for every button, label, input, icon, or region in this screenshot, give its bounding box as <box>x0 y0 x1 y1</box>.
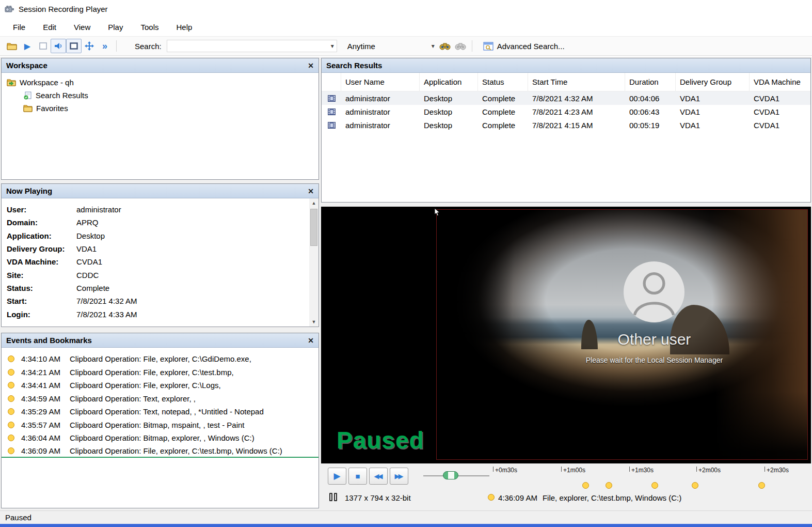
current-event: 4:36:09 AMFile, explorer, C:\test.bmp, W… <box>498 493 681 502</box>
event-item[interactable]: 4:35:29 AMClipboard Operation: Text, not… <box>2 405 319 419</box>
time-filter-dropdown[interactable]: Anytime ▾ <box>343 40 437 52</box>
favorites-folder-icon <box>23 104 33 112</box>
cell-start-time: 7/8/2021 4:23 AM <box>528 107 625 116</box>
event-item[interactable]: 4:34:10 AMClipboard Operation: File, exp… <box>2 352 319 366</box>
column-header-start-time[interactable]: Start Time <box>528 73 625 91</box>
menu-tools[interactable]: Tools <box>132 20 167 34</box>
field-value: 7/8/2021 4:32 AM <box>76 297 137 305</box>
field-value: administrator <box>76 205 121 214</box>
field-row-login: Login:7/8/2021 4:33 AM <box>7 307 306 320</box>
recording-film-icon <box>328 95 336 102</box>
frame-icon <box>70 42 78 50</box>
audio-toggle-button[interactable] <box>51 39 66 53</box>
event-time: 4:34:59 AM <box>21 394 70 403</box>
scroll-up-icon[interactable]: ▲ <box>309 198 319 208</box>
player-controls: ▶ ■ ◀◀ ▶▶ +0m30s +1m00s +1m30s +2m00s +2… <box>321 463 811 510</box>
event-marker-dot[interactable] <box>758 482 765 489</box>
events-list: 4:34:10 AMClipboard Operation: File, exp… <box>2 348 319 458</box>
pan-button[interactable] <box>82 39 97 53</box>
event-marker-dot[interactable] <box>582 482 589 489</box>
event-text: Clipboard Operation: File, explorer, C:\… <box>70 368 234 377</box>
workspace-folder-icon <box>7 79 16 86</box>
tree-item-search-results[interactable]: Search Results <box>2 89 319 102</box>
now-playing-body: User:administrator Domain:APRQ Applicati… <box>2 198 319 327</box>
search-backward-button[interactable] <box>453 39 468 53</box>
cell-delivery-group: VDA1 <box>676 94 750 103</box>
event-item-selected[interactable]: 4:36:09 AMClipboard Operation: File, exp… <box>2 445 319 458</box>
snapshot-button[interactable] <box>35 39 51 53</box>
menu-edit[interactable]: Edit <box>34 20 65 34</box>
cell-application: Desktop <box>420 94 478 103</box>
more-tools-button[interactable]: » <box>97 39 113 53</box>
menu-bar: File Edit View Play Tools Help <box>0 18 812 36</box>
search-combobox[interactable]: ▾ <box>167 40 337 52</box>
cell-delivery-group: VDA1 <box>676 121 750 130</box>
now-playing-panel-header: Now Playing ✕ <box>2 184 319 198</box>
event-item[interactable]: 4:34:59 AMClipboard Operation: Text, exp… <box>2 392 319 406</box>
column-header-delivery-group[interactable]: Delivery Group <box>676 73 750 91</box>
search-input[interactable] <box>167 42 328 51</box>
events-close-icon[interactable]: ✕ <box>308 336 314 345</box>
column-header-user-name[interactable]: User Name <box>341 73 420 91</box>
paused-overlay: Paused <box>337 426 424 454</box>
scrollbar-thumb[interactable] <box>310 209 317 246</box>
now-playing-scrollbar[interactable]: ▲ ▼ <box>309 198 319 327</box>
rewind-button[interactable]: ◀◀ <box>369 468 388 485</box>
window-title: Session Recording Player <box>19 5 108 13</box>
play-toolbar-button[interactable]: ▶ <box>20 39 35 53</box>
tree-item-workspace-root[interactable]: Workspace - qh <box>2 76 319 89</box>
column-header-vda-machine[interactable]: VDA Machine <box>750 73 810 91</box>
events-panel-header: Events and Bookmarks ✕ <box>2 333 319 348</box>
event-item[interactable]: 4:36:04 AMClipboard Operation: Bitmap, e… <box>2 431 319 445</box>
open-folder-button[interactable] <box>4 39 20 53</box>
search-result-row[interactable]: administrator Desktop Complete 7/8/2021 … <box>322 91 810 105</box>
menu-play[interactable]: Play <box>99 20 132 34</box>
tree-item-favorites[interactable]: Favorites <box>2 102 319 115</box>
search-dropdown-arrow-icon[interactable]: ▾ <box>328 42 337 50</box>
scroll-down-icon[interactable]: ▼ <box>309 317 319 327</box>
search-result-row[interactable]: administrator Desktop Complete 7/8/2021 … <box>322 105 810 118</box>
event-marker-icon <box>8 382 14 389</box>
workspace-close-icon[interactable]: ✕ <box>308 61 314 70</box>
fit-to-window-button[interactable] <box>66 39 82 53</box>
event-marker-icon <box>8 435 14 441</box>
search-result-row[interactable]: administrator Desktop Complete 7/8/2021 … <box>322 118 810 132</box>
column-header-application[interactable]: Application <box>420 73 478 91</box>
event-item[interactable]: 4:34:41 AMClipboard Operation: File, exp… <box>2 379 319 392</box>
event-marker-dot[interactable] <box>651 482 658 489</box>
event-marker-icon <box>8 408 14 415</box>
advanced-search-button[interactable]: Advanced Search... <box>479 40 569 52</box>
event-marker-icon <box>8 447 14 454</box>
now-playing-panel: Now Playing ✕ User:administrator Domain:… <box>1 183 319 327</box>
event-marker-dot[interactable] <box>606 482 612 489</box>
event-text: Clipboard Operation: Text, explorer, , <box>70 394 196 403</box>
field-label: Delivery Group: <box>7 244 76 253</box>
fast-forward-button[interactable]: ▶▶ <box>390 468 408 485</box>
speed-slider-handle[interactable] <box>443 471 458 479</box>
search-results-panel-header: Search Results <box>322 58 810 73</box>
event-item[interactable]: 4:34:21 AMClipboard Operation: File, exp… <box>2 366 319 379</box>
scrollbar-track[interactable] <box>309 208 319 317</box>
stop-button[interactable]: ■ <box>348 468 367 485</box>
toolbar-separator <box>116 40 117 52</box>
column-header-icon[interactable] <box>322 73 341 91</box>
cell-vda-machine: CVDA1 <box>750 121 810 130</box>
play-button[interactable]: ▶ <box>328 468 346 485</box>
menu-view[interactable]: View <box>65 20 99 34</box>
cell-status: Complete <box>478 107 528 116</box>
event-text: Clipboard Operation: Bitmap, explorer, ,… <box>70 433 254 442</box>
field-value: CVDA1 <box>76 257 102 266</box>
cell-duration: 00:04:06 <box>625 94 676 103</box>
event-item[interactable]: 4:35:57 AMClipboard Operation: Bitmap, m… <box>2 419 319 432</box>
search-results-panel-title: Search Results <box>326 61 382 70</box>
now-playing-close-icon[interactable]: ✕ <box>308 187 314 195</box>
event-time: 4:35:29 AM <box>21 407 70 416</box>
menu-file[interactable]: File <box>4 20 34 34</box>
column-header-duration[interactable]: Duration <box>625 73 676 91</box>
column-header-status[interactable]: Status <box>478 73 528 91</box>
event-text: Clipboard Operation: Text, notepad, , *U… <box>70 407 264 416</box>
video-display-area: Other user Please wait for the Local Ses… <box>321 207 811 463</box>
menu-help[interactable]: Help <box>168 20 201 34</box>
event-marker-dot[interactable] <box>692 482 698 489</box>
search-forward-button[interactable] <box>437 39 453 53</box>
